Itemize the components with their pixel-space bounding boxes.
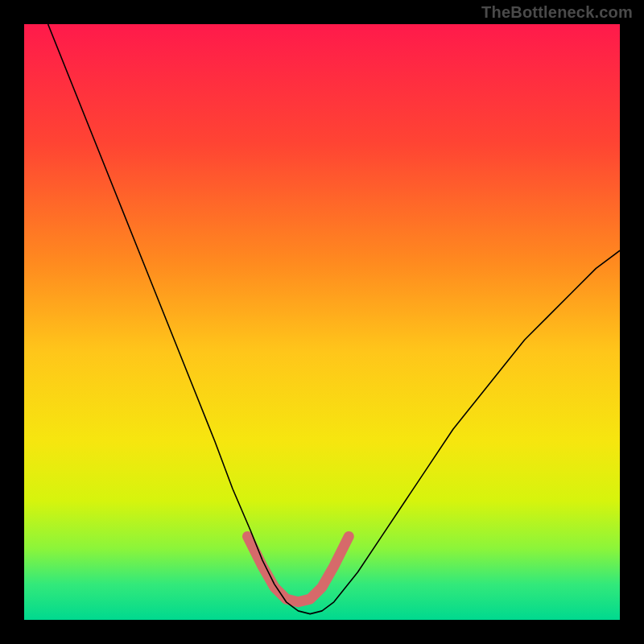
gradient-background — [24, 24, 620, 620]
chart-stage: TheBottleneck.com — [0, 0, 644, 644]
watermark-text: TheBottleneck.com — [481, 3, 633, 22]
bottleneck-chart — [0, 0, 644, 644]
